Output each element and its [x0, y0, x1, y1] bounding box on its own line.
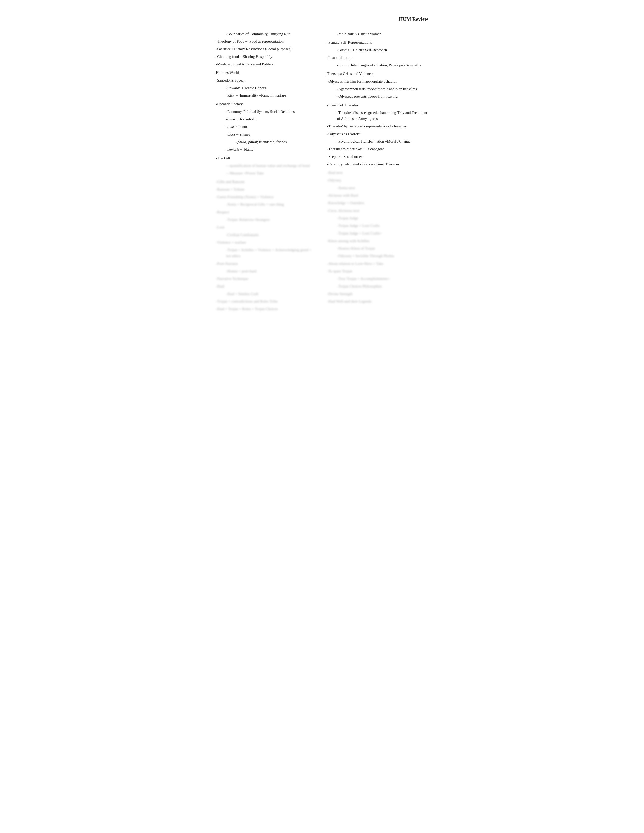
list-item: -Odysseus prevents troops from leaving: [327, 93, 428, 100]
list-item-blurred: -To spare Trojan: [327, 268, 428, 274]
list-item-blurred: -Iliad = Similes Craft: [216, 291, 317, 297]
list-item: -Thersites =Pharmakos → Scapegoat: [327, 146, 428, 152]
list-item-blurred: -Circe, Alcinous next: [327, 207, 428, 214]
list-item-blurred: -Homer = poet-bard: [216, 268, 317, 274]
list-item: -Boundaries of Community, Unifying Rite: [216, 31, 317, 37]
list-item-blurred: -Xenia next: [327, 185, 428, 191]
list-item: -Briseis + Helen's Self-Reproach: [327, 47, 428, 53]
list-item-blurred: -Narrative Technique: [216, 276, 317, 282]
list-item: -Agamemnon tests troops' morale and plan…: [327, 86, 428, 92]
list-item-blurred: -Trojan Judge + Loot Crafts+: [327, 230, 428, 236]
list-item-blurred: -Nostos+Kleos of Trojan: [327, 245, 428, 251]
list-item-blurred: -Trojan Judge + Loot Crafts: [327, 223, 428, 229]
list-item-blurred: -Xenia = Reciprocal Gifts = rare thing: [216, 201, 317, 207]
list-item: -aidos→ shame: [216, 131, 317, 137]
left-column: -Boundaries of Community, Unifying Rite …: [216, 31, 317, 314]
list-item-blurred: -Iliad: [216, 283, 317, 289]
list-item-blurred: -Guest-Friendship (Xenia) + Violence: [216, 194, 317, 200]
list-item-blurred: -Trojan Judge: [327, 215, 428, 221]
list-item-blurred: -Odyssey + Invisible Through Phobia: [327, 253, 428, 259]
list-item-blurred: -Iliad next: [327, 170, 428, 176]
list-item-blurred: -Violence + warfare: [216, 239, 317, 245]
list-item: -philia, philoi; friendship, friends: [216, 139, 317, 145]
list-item: -Odysseus hits him for inappropriate beh…: [327, 78, 428, 84]
list-item-blurred: -Poet-Narrator: [216, 261, 317, 267]
list-item: -Odysseus as Exorcist: [327, 131, 428, 137]
list-item-blurred: -Trojan = contradictions and Roles Tribe: [216, 298, 317, 304]
list-item: -Male Time vs. Just a woman: [327, 31, 428, 37]
list-item: -Speech of Thersites: [327, 102, 428, 108]
list-item: -Meals as Social Alliance and Politics: [216, 61, 317, 67]
list-item-blurred: -Iliad Well-and their Legends: [327, 298, 428, 304]
list-item-blurred: -Respect: [216, 209, 317, 215]
list-item: -Economy, Political System, Social Relat…: [216, 109, 317, 114]
list-item-blurred: -Alcinous with Bard: [327, 192, 428, 198]
list-item: -Thersites' Appearance is representative…: [327, 123, 428, 129]
list-item: -Gleaning food + Sharing Hospitably: [216, 53, 317, 60]
list-item: -Psychological Transformation +Morale Ch…: [327, 138, 428, 145]
list-item-blurred: -Loot: [216, 224, 317, 230]
list-item: -Carefully calculated violence against T…: [327, 161, 428, 167]
list-item-blurred: -Trojan: Relatives+Strangers: [216, 217, 317, 223]
list-item-blurred: -Civilian Combatants: [216, 232, 317, 238]
list-item: -Sacrifice +Dietary Restrictions (Social…: [216, 46, 317, 52]
list-item: -Loom, Helen laughs at situation, Penelo…: [327, 62, 428, 68]
list-item: -Risk → Immortality +Fame in warfare: [216, 92, 317, 98]
list-item: -Homeric Society: [216, 101, 317, 107]
list-item-blurred: —Measure +Power Take: [216, 170, 317, 176]
list-item: -Insubordination: [327, 55, 428, 61]
list-item-blurred: -Trojan Choices Philosophies: [327, 283, 428, 289]
list-item-blurred: -Iliad = Trojan + Roles + Trojan Choices: [216, 306, 317, 312]
list-item-blurred: —quantification of human value and excha…: [216, 162, 317, 169]
section-heading: Thersites: Crisis and Violence: [327, 71, 428, 77]
list-item-blurred: -About relation to Loot+Hero + Take: [327, 261, 428, 267]
list-item: -Sarpedon's Speech: [216, 77, 317, 83]
list-item-blurred: -Knowledge + Outsiders: [327, 200, 428, 206]
right-column: -Male Time vs. Just a woman -Female Self…: [327, 31, 428, 314]
list-item-blurred: -Divine Strength: [327, 291, 428, 297]
list-item: -The Gift: [216, 155, 317, 161]
list-item: -oikos→ household: [216, 116, 317, 122]
list-item-blurred: -Ransom = Tribute: [216, 186, 317, 192]
list-item-blurred: -Troy Trojan + Accomplishments+: [327, 276, 428, 282]
list-item: -Female Self-Representations: [327, 39, 428, 45]
list-item: -nemesis→ blame: [216, 146, 317, 153]
list-item: -Theology of Food→ Food as representatio…: [216, 39, 317, 44]
list-item: -Thersites discusses greed, abandoning T…: [327, 109, 428, 122]
section-heading: Homer's World: [216, 70, 317, 76]
list-item-blurred: -Trojan + Achilles + Violence + Acknowle…: [216, 247, 317, 259]
list-item-blurred: -Odyssey: [327, 177, 428, 183]
page-title: HUM Review: [216, 15, 428, 23]
list-item-blurred: -Gifts and Ransom: [216, 179, 317, 185]
list-item: -Rewards +Heroic Honors: [216, 85, 317, 91]
list-item-blurred: -Kleos among with Achilles: [327, 238, 428, 244]
list-item: -Scepter = Social order: [327, 153, 428, 159]
list-item: -time→ honor: [216, 124, 317, 130]
